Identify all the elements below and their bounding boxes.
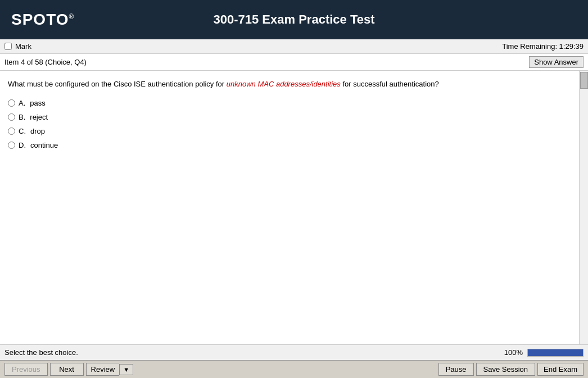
mark-bar: Mark Time Remaining: 1:29:39	[0, 39, 588, 54]
answer-option-a[interactable]: A.pass	[8, 99, 571, 107]
mark-label: Mark	[15, 42, 31, 51]
answer-option-b[interactable]: B.reject	[8, 113, 571, 121]
scrollbar-track	[579, 71, 588, 344]
show-answer-button[interactable]: Show Answer	[529, 56, 584, 68]
logo-sup: ®	[69, 13, 75, 21]
progress-pct: 100%	[504, 348, 523, 357]
content-area: What must be configured on the Cisco ISE…	[0, 71, 588, 344]
progress-bar-fill	[528, 349, 583, 356]
logo: SPOTO®	[11, 11, 74, 29]
mark-left: Mark	[4, 42, 31, 51]
pause-button[interactable]: Pause	[438, 363, 474, 376]
answer-option-c[interactable]: C.drop	[8, 127, 571, 135]
review-dropdown-button[interactable]: ▼	[119, 364, 133, 375]
previous-button[interactable]: Previous	[4, 363, 48, 376]
question-suffix: for successful authentication?	[341, 80, 439, 88]
header: SPOTO® 300-715 Exam Practice Test	[0, 0, 588, 39]
question-highlight: unknown MAC addresses/identities	[227, 80, 341, 88]
exam-title: 300-715 Exam Practice Test	[214, 12, 375, 27]
radio-d[interactable]	[8, 142, 15, 149]
logo-text: SPOTO	[11, 11, 69, 28]
status-bar: Select the best choice. 100%	[0, 344, 588, 360]
question-panel: What must be configured on the Cisco ISE…	[0, 71, 579, 344]
radio-b[interactable]	[8, 113, 15, 121]
item-info: Item 4 of 58 (Choice, Q4)	[4, 58, 87, 66]
progress-area: 100%	[504, 348, 584, 357]
end-exam-button[interactable]: End Exam	[537, 363, 584, 376]
answer-option-d[interactable]: D.continue	[8, 141, 571, 149]
progress-bar-container	[527, 349, 584, 357]
label-a: A.pass	[19, 99, 46, 107]
item-bar: Item 4 of 58 (Choice, Q4) Show Answer	[0, 54, 588, 71]
nav-bar: Previous Next Review ▼ Pause Save Sessio…	[0, 360, 588, 378]
review-button[interactable]: Review	[86, 363, 120, 376]
time-remaining: Time Remaining: 1:29:39	[502, 42, 584, 51]
select-text: Select the best choice.	[4, 348, 78, 357]
nav-left: Previous Next Review ▼	[4, 363, 133, 376]
review-btn-group: Review ▼	[86, 363, 134, 376]
question-prefix: What must be configured on the Cisco ISE…	[8, 80, 227, 88]
label-d: D.continue	[19, 141, 58, 149]
question-text: What must be configured on the Cisco ISE…	[8, 79, 571, 90]
radio-a[interactable]	[8, 99, 15, 107]
label-c: C.drop	[19, 127, 45, 135]
scrollbar-thumb[interactable]	[580, 72, 588, 89]
nav-right: Pause Save Session End Exam	[438, 363, 584, 376]
label-b: B.reject	[19, 113, 48, 121]
next-button[interactable]: Next	[50, 363, 84, 376]
mark-checkbox[interactable]	[4, 43, 12, 50]
save-session-button[interactable]: Save Session	[476, 363, 536, 376]
radio-c[interactable]	[8, 127, 15, 135]
